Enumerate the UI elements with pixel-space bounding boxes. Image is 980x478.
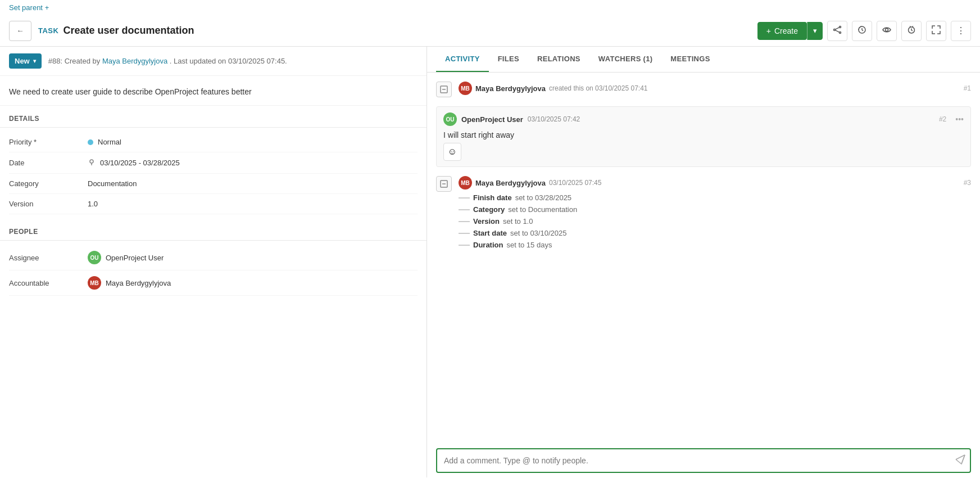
activity-item-3: MB Maya Berdygylyjova 03/10/2025 07:45 #… xyxy=(436,176,971,251)
change-line-icon xyxy=(459,197,470,199)
change-line-icon xyxy=(459,221,470,222)
date-label: Date xyxy=(9,159,88,167)
svg-line-4 xyxy=(835,30,839,32)
task-title: Create user documentation xyxy=(63,25,194,37)
change-entry-start-date: Start date set to 03/10/2025 xyxy=(459,227,971,239)
change-entry-finish-date: Finish date set to 03/28/2025 xyxy=(459,192,971,204)
top-bar: ← TASK Create user documentation + Creat… xyxy=(0,15,980,47)
priority-value: Normal xyxy=(88,138,418,146)
expand-button[interactable] xyxy=(926,21,946,41)
svg-point-0 xyxy=(840,26,841,28)
priority-label: Priority * xyxy=(9,138,88,146)
change-log-3: Finish date set to 03/28/2025 Category s… xyxy=(459,192,971,251)
status-dropdown-icon: ▾ xyxy=(33,58,36,64)
activity-system-icon-1 xyxy=(436,82,452,97)
create-dropdown-arrow-icon: ▾ xyxy=(813,26,817,35)
activity-time-1: created this on 03/10/2025 07:41 xyxy=(549,84,647,92)
create-dropdown-button[interactable]: ▾ xyxy=(807,22,823,40)
share-button[interactable] xyxy=(827,21,847,41)
activity-feed: MB Maya Berdygylyjova created this on 03… xyxy=(427,73,980,448)
back-button[interactable]: ← xyxy=(9,21,31,41)
comment-send-button[interactable] xyxy=(955,454,965,467)
eye-icon xyxy=(882,25,891,37)
back-arrow-icon: ← xyxy=(16,26,24,35)
set-parent-plus-icon: + xyxy=(45,3,49,12)
activity-item-1: MB Maya Berdygylyjova created this on 03… xyxy=(436,82,971,97)
create-label: Create xyxy=(774,26,798,35)
version-row: Version 1.0 xyxy=(9,194,418,214)
change-field-duration: Duration xyxy=(473,241,503,249)
tab-meetings[interactable]: MEETINGS xyxy=(661,47,719,72)
accountable-row: Accountable MB Maya Berdygylyjova xyxy=(9,270,418,296)
svg-line-8 xyxy=(910,26,911,27)
date-pin-icon xyxy=(88,158,96,168)
emoji-icon: ☺ xyxy=(448,147,457,157)
activity-time-2: 03/10/2025 07:42 xyxy=(528,115,580,123)
svg-point-10 xyxy=(90,160,93,163)
accountable-avatar: MB xyxy=(88,276,101,290)
category-label: Category xyxy=(9,179,88,188)
history-button[interactable] xyxy=(852,21,872,41)
expand-icon xyxy=(932,25,941,37)
date-row: Date 03/10/2025 - 03/28/2025 xyxy=(9,152,418,174)
comment-input[interactable] xyxy=(442,452,955,470)
category-value: Documentation xyxy=(88,179,418,188)
activity-more-button-2[interactable]: ••• xyxy=(955,115,964,124)
change-entry-category: Category set to Documentation xyxy=(459,204,971,215)
activity-num-3: #3 xyxy=(964,179,971,187)
svg-point-2 xyxy=(840,31,841,33)
share-icon xyxy=(833,25,842,37)
top-bar-actions: + Create ▾ xyxy=(757,21,971,41)
assignee-label: Assignee xyxy=(9,254,88,262)
emoji-reaction-button[interactable]: ☺ xyxy=(443,143,461,161)
change-line-icon xyxy=(459,245,470,246)
main-layout: New ▾ #88: Created by Maya Berdygylyjova… xyxy=(0,47,980,477)
create-button[interactable]: + Create xyxy=(757,22,807,40)
left-panel: New ▾ #88: Created by Maya Berdygylyjova… xyxy=(0,47,427,477)
date-value: 03/10/2025 - 03/28/2025 xyxy=(88,158,418,168)
svg-line-9 xyxy=(912,26,913,27)
watch-button[interactable] xyxy=(877,21,897,41)
right-panel: ACTIVITY FILES RELATIONS WATCHERS (1) ME… xyxy=(427,47,980,477)
change-action-start-date: set to 03/10/2025 xyxy=(510,229,566,237)
task-description: We need to create user guide to describe… xyxy=(0,76,427,106)
category-row: Category Documentation xyxy=(9,174,418,194)
tab-activity[interactable]: ACTIVITY xyxy=(436,47,489,72)
status-badge[interactable]: New ▾ xyxy=(9,53,42,69)
activity-user-3: Maya Berdygylyjova xyxy=(475,179,546,187)
svg-line-3 xyxy=(835,27,839,29)
status-label: New xyxy=(15,57,30,65)
activity-time-3: 03/10/2025 07:45 xyxy=(549,179,601,187)
more-vertical-icon: ⋮ xyxy=(956,25,965,36)
activity-header-2: OU OpenProject User 03/10/2025 07:42 #2 … xyxy=(443,112,964,126)
set-parent-label: Set parent xyxy=(9,3,43,12)
accountable-label: Accountable xyxy=(9,279,88,287)
assignee-avatar: OU xyxy=(88,251,101,264)
set-parent-link[interactable]: Set parent + xyxy=(9,3,49,12)
creator-link[interactable]: Maya Berdygylyjova xyxy=(102,57,167,65)
change-action-finish-date: set to 03/28/2025 xyxy=(515,193,571,202)
change-line-icon xyxy=(459,209,470,210)
create-plus-icon: + xyxy=(766,26,771,35)
change-field-start-date: Start date xyxy=(473,229,507,237)
history-icon xyxy=(858,25,866,37)
tab-files[interactable]: FILES xyxy=(489,47,528,72)
change-action-version: set to 1.0 xyxy=(503,217,533,226)
activity-avatar-2: OU xyxy=(443,112,457,126)
change-entry-version: Version set to 1.0 xyxy=(459,215,971,227)
activity-user-2: OpenProject User xyxy=(461,115,523,124)
people-section-title: PEOPLE xyxy=(0,219,427,241)
reminders-button[interactable] xyxy=(901,21,922,41)
task-type-label: TASK xyxy=(38,26,58,35)
svg-point-6 xyxy=(886,28,888,31)
activity-header-1: MB Maya Berdygylyjova created this on 03… xyxy=(459,82,971,95)
tab-relations[interactable]: RELATIONS xyxy=(528,47,589,72)
change-field-finish-date: Finish date xyxy=(473,193,512,202)
activity-avatar-3: MB xyxy=(459,176,472,190)
svg-point-1 xyxy=(834,29,836,30)
accountable-value: MB Maya Berdygylyjova xyxy=(88,276,418,290)
activity-num-1: #1 xyxy=(964,84,971,92)
tab-watchers[interactable]: WATCHERS (1) xyxy=(589,47,662,72)
more-menu-button[interactable]: ⋮ xyxy=(951,21,971,41)
change-field-category: Category xyxy=(473,205,505,214)
